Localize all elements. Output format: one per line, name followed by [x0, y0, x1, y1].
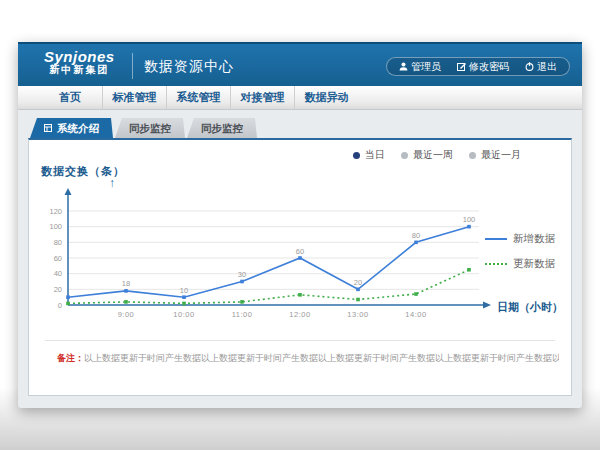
- svg-text:20: 20: [354, 278, 362, 287]
- tab-bar: 系统介绍 同步监控 同步监控: [30, 118, 257, 138]
- nav-item-standard-mgmt[interactable]: 标准管理: [102, 86, 166, 109]
- svg-text:14:00: 14:00: [405, 310, 426, 319]
- edit-icon: [457, 62, 466, 71]
- svg-text:20: 20: [54, 285, 62, 294]
- logout-button[interactable]: 退出: [517, 60, 565, 74]
- tab-sync-monitor-2[interactable]: 同步监控: [187, 118, 257, 138]
- nav-item-data-change[interactable]: 数据异动: [294, 86, 358, 109]
- grid-icon: [44, 118, 52, 138]
- power-icon: [525, 62, 534, 71]
- svg-text:12:00: 12:00: [289, 310, 310, 319]
- footnote-text: 以上数据更新于时间产生数据以上数据更新于时间产生数据以上数据更新于时间产生数据以…: [84, 353, 559, 363]
- radio-dot-icon: [353, 152, 360, 159]
- note-divider: [45, 340, 555, 341]
- footnote: 备注：以上数据更新于时间产生数据以上数据更新于时间产生数据以上数据更新于时间产生…: [57, 352, 559, 365]
- range-filter-group: 当日 最近一周 最近一月: [353, 148, 521, 162]
- user-icon: [399, 62, 408, 71]
- svg-text:0: 0: [58, 301, 62, 310]
- svg-text:13:00: 13:00: [347, 310, 368, 319]
- brand-logo: Synjones 新中新集团: [44, 49, 115, 75]
- footnote-label: 备注：: [57, 353, 84, 363]
- nav-item-home[interactable]: 首页: [38, 86, 102, 109]
- tab-sync-monitor-1[interactable]: 同步监控: [115, 118, 185, 138]
- filter-last-week[interactable]: 最近一周: [401, 148, 453, 162]
- legend-item-new-data[interactable]: 新增数据: [485, 232, 555, 246]
- svg-text:60: 60: [296, 247, 304, 256]
- header: Synjones 新中新集团 数据资源中心 管理员 修改密码 退出: [18, 42, 582, 86]
- nav-item-interface-mgmt[interactable]: 对接管理: [230, 86, 294, 109]
- filter-today[interactable]: 当日: [353, 148, 385, 162]
- line-chart: 0204060801001209:0010:0011:0012:0013:001…: [39, 186, 509, 326]
- svg-text:80: 80: [54, 238, 62, 247]
- radio-dot-icon: [401, 152, 408, 159]
- radio-dot-icon: [469, 152, 476, 159]
- svg-text:60: 60: [54, 254, 62, 263]
- svg-text:9:00: 9:00: [118, 310, 135, 319]
- brand-logo-text: Synjones: [44, 49, 115, 65]
- content-area: 系统介绍 同步监控 同步监控 当日 最近一周 最近一月 数据交换: [18, 110, 582, 408]
- legend-item-updated-data[interactable]: 更新数据: [485, 257, 555, 271]
- svg-text:80: 80: [412, 231, 420, 240]
- svg-text:40: 40: [54, 269, 62, 278]
- user-toolbar: 管理员 修改密码 退出: [386, 57, 570, 76]
- svg-text:18: 18: [122, 279, 130, 288]
- chart-legend: 新增数据 更新数据: [485, 232, 555, 271]
- brand-logo-subtext: 新中新集团: [44, 65, 115, 76]
- tab-system-intro[interactable]: 系统介绍: [30, 118, 113, 138]
- admin-user-button[interactable]: 管理员: [391, 60, 449, 74]
- svg-text:30: 30: [238, 270, 246, 279]
- svg-text:120: 120: [49, 207, 62, 216]
- chart-container: 0204060801001209:0010:0011:0012:0013:001…: [39, 186, 509, 326]
- app-window: Synjones 新中新集团 数据资源中心 管理员 修改密码 退出 首页 标准管…: [18, 42, 582, 408]
- svg-text:100: 100: [49, 222, 62, 231]
- chart-panel: 当日 最近一周 最近一月 数据交换（条） ↑ 0204060801001209:…: [28, 138, 572, 396]
- page-title: 数据资源中心: [144, 44, 234, 88]
- svg-text:10:00: 10:00: [173, 310, 194, 319]
- svg-text:100: 100: [463, 215, 476, 224]
- solid-line-icon: [485, 238, 507, 240]
- nav-item-system-mgmt[interactable]: 系统管理: [166, 86, 230, 109]
- filter-last-month[interactable]: 最近一月: [469, 148, 521, 162]
- main-nav: 首页 标准管理 系统管理 对接管理 数据异动: [18, 86, 582, 110]
- svg-text:10: 10: [180, 286, 188, 295]
- dotted-line-icon: [485, 263, 507, 265]
- change-password-button[interactable]: 修改密码: [449, 60, 517, 74]
- svg-text:11:00: 11:00: [232, 310, 253, 319]
- x-axis-title: 日期（小时）: [497, 300, 563, 315]
- header-divider: [132, 53, 133, 79]
